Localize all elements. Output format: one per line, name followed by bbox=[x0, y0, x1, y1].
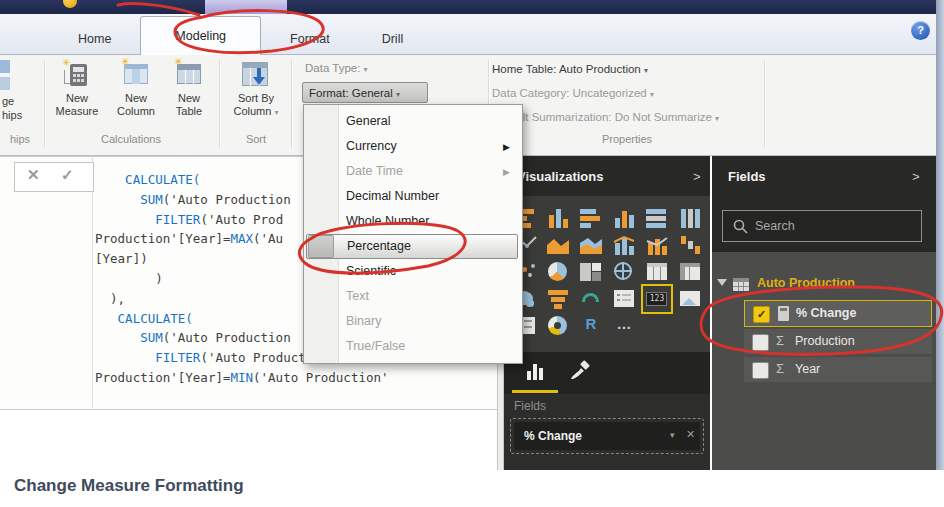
title-bar bbox=[0, 0, 944, 14]
sigma-icon: Σ bbox=[776, 333, 784, 348]
collapse-pane-chevron-icon[interactable]: > bbox=[912, 169, 920, 184]
field-row--change[interactable]: ✓% Change bbox=[744, 300, 932, 327]
button-label: Table bbox=[164, 105, 214, 118]
active-tab-underline bbox=[512, 390, 558, 393]
r-script-visual-icon[interactable]: R bbox=[578, 314, 604, 338]
default-summarization-dropdown[interactable]: Default Summarization: Do Not Summarize … bbox=[492, 111, 719, 123]
waterfall-chart-icon[interactable] bbox=[677, 233, 703, 257]
search-icon bbox=[733, 219, 748, 234]
unchecked-checkbox[interactable] bbox=[752, 362, 769, 379]
table-name[interactable]: Auto Production bbox=[757, 276, 855, 290]
line-and-stacked-column-chart-icon[interactable] bbox=[611, 233, 637, 257]
dropdown-caret-icon: ▾ bbox=[274, 108, 278, 117]
powerbi-screenshot: HomeModelingFormatDrill ? ge hips hips ✳… bbox=[0, 0, 944, 507]
field-pill[interactable]: % Change ▾ ✕ bbox=[514, 422, 700, 450]
dropdown-caret-icon: ▾ bbox=[396, 90, 400, 99]
field-row-year[interactable]: ΣYear bbox=[744, 357, 932, 382]
menu-item-date-time[interactable]: Date Time▶ bbox=[306, 159, 518, 184]
button-label: New bbox=[164, 92, 214, 105]
pie-chart-icon[interactable] bbox=[545, 260, 571, 284]
more-options-icon[interactable]: … bbox=[611, 314, 637, 338]
clipped-icon bbox=[0, 77, 10, 90]
table-grid-icon bbox=[733, 278, 749, 291]
contextual-tab-indicator bbox=[205, 0, 287, 14]
button-label: Column bbox=[234, 105, 272, 117]
fields-tab[interactable] bbox=[526, 362, 546, 380]
multi-row-card-icon[interactable] bbox=[611, 287, 637, 311]
100-stacked-column-chart-icon[interactable] bbox=[677, 206, 703, 230]
menu-item-currency[interactable]: Currency▶ bbox=[306, 134, 518, 159]
menu-item-percentage[interactable]: Percentage bbox=[306, 234, 518, 259]
properties-group-label: Properties bbox=[492, 133, 762, 145]
dropdown-caret-icon: ▾ bbox=[650, 90, 654, 99]
dropdown-caret-icon: ▾ bbox=[364, 65, 368, 74]
tab-home[interactable]: Home bbox=[55, 24, 134, 55]
menu-item-label: Percentage bbox=[347, 235, 411, 258]
new-table-button[interactable]: ✳ New Table bbox=[164, 58, 214, 130]
dropdown-caret-icon: ▾ bbox=[644, 66, 648, 75]
table-icon[interactable] bbox=[644, 260, 670, 284]
tab-format[interactable]: Format bbox=[267, 24, 353, 55]
unchecked-checkbox[interactable] bbox=[752, 334, 769, 351]
stacked-area-chart-icon[interactable] bbox=[578, 233, 604, 257]
menu-item-general[interactable]: General bbox=[306, 109, 518, 134]
menu-item-true-false[interactable]: True/False bbox=[306, 334, 518, 359]
discard-formula-button[interactable]: ✕ bbox=[27, 166, 40, 184]
sort-by-column-button[interactable]: Sort By Column ▾ bbox=[226, 58, 286, 130]
clipped-group-label: hips bbox=[0, 133, 40, 145]
home-table-dropdown[interactable]: Home Table: Auto Production ▾ bbox=[492, 63, 648, 75]
group-separator bbox=[291, 60, 293, 148]
treemap-icon[interactable] bbox=[578, 260, 604, 284]
clustered-bar-chart-icon[interactable] bbox=[578, 206, 604, 230]
menu-item-decimal-number[interactable]: Decimal Number bbox=[306, 184, 518, 209]
new-measure-button[interactable]: ✳ New Measure bbox=[48, 58, 106, 130]
data-type-dropdown[interactable]: Data Type: ▾ bbox=[305, 62, 368, 74]
field-pill-caret-icon[interactable]: ▾ bbox=[670, 430, 675, 440]
data-category-dropdown[interactable]: Data Category: Uncategorized ▾ bbox=[492, 87, 654, 99]
help-icon[interactable]: ? bbox=[911, 21, 930, 40]
sparkle-icon: ✳ bbox=[121, 56, 129, 67]
kpi-icon[interactable] bbox=[677, 287, 703, 311]
ribbon-tabs: HomeModelingFormatDrill bbox=[52, 15, 429, 55]
collapse-pane-chevron-icon[interactable]: > bbox=[693, 169, 701, 184]
button-label: New bbox=[48, 92, 106, 105]
100-stacked-bar-chart-icon[interactable] bbox=[644, 206, 670, 230]
funnel-icon[interactable] bbox=[545, 287, 571, 311]
donut-chart-icon[interactable] bbox=[545, 314, 571, 338]
map-icon[interactable] bbox=[611, 260, 637, 284]
card-icon[interactable]: 123 bbox=[644, 287, 670, 311]
sort-group-label: Sort bbox=[226, 133, 286, 145]
stacked-column-chart-icon[interactable] bbox=[545, 206, 571, 230]
format-tab[interactable] bbox=[568, 360, 590, 386]
menu-item-scientific[interactable]: Scientific bbox=[306, 259, 518, 284]
clustered-column-chart-icon[interactable] bbox=[611, 206, 637, 230]
button-label: Measure bbox=[48, 105, 106, 118]
line-and-clustered-column-chart-icon[interactable] bbox=[644, 233, 670, 257]
menu-item-binary[interactable]: Binary bbox=[306, 309, 518, 334]
field-pill-remove-icon[interactable]: ✕ bbox=[686, 428, 695, 441]
clipped-button-label[interactable]: hips bbox=[2, 109, 22, 121]
checked-checkbox[interactable]: ✓ bbox=[753, 306, 770, 323]
matrix-icon[interactable] bbox=[677, 260, 703, 284]
group-separator bbox=[44, 60, 46, 148]
visualizations-title: Visualizations bbox=[517, 169, 603, 184]
expand-collapse-triangle-icon[interactable] bbox=[717, 279, 727, 286]
tab-modeling[interactable]: Modeling bbox=[140, 16, 261, 55]
format-dropdown-menu: GeneralCurrency▶Date Time▶Decimal Number… bbox=[303, 104, 523, 364]
commit-formula-button[interactable]: ✓ bbox=[61, 166, 74, 184]
field-label: Production bbox=[795, 334, 855, 348]
fields-search-input[interactable]: Search bbox=[722, 210, 922, 242]
new-column-button[interactable]: ✳ New Column bbox=[110, 58, 162, 130]
menu-item-whole-number[interactable]: Whole Number bbox=[306, 209, 518, 234]
menu-item-text[interactable]: Text bbox=[306, 284, 518, 309]
visualizations-pane-header: Visualizations > bbox=[504, 156, 710, 196]
clipped-button-label[interactable]: ge bbox=[2, 95, 14, 107]
menu-item-label: General bbox=[346, 109, 390, 134]
field-row-production[interactable]: ΣProduction bbox=[744, 329, 932, 354]
sort-by-column-icon bbox=[241, 60, 271, 88]
gauge-icon[interactable] bbox=[578, 287, 604, 311]
format-dropdown-button[interactable]: Format: General ▾ bbox=[302, 82, 428, 103]
area-chart-icon[interactable] bbox=[545, 233, 571, 257]
tab-drill[interactable]: Drill bbox=[359, 24, 427, 55]
menu-item-label: Currency bbox=[346, 134, 397, 159]
